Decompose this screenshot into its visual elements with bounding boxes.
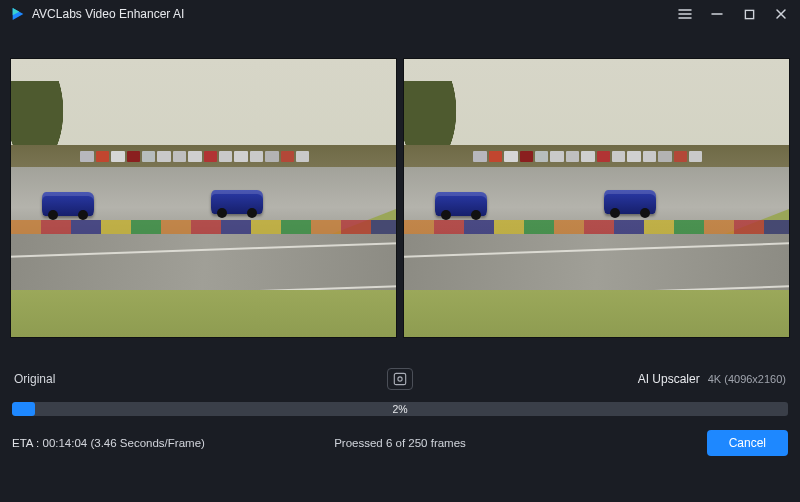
compare-toggle-icon[interactable] bbox=[387, 368, 413, 390]
app-logo: AVCLabs Video Enhancer AI bbox=[10, 6, 184, 22]
progress-section: 2% bbox=[0, 398, 800, 422]
minimize-icon[interactable] bbox=[708, 5, 726, 23]
svg-rect-3 bbox=[394, 373, 405, 384]
window-controls bbox=[676, 5, 790, 23]
footer: ETA : 00:14:04 (3.46 Seconds/Frame) Proe… bbox=[0, 422, 800, 466]
app-title: AVCLabs Video Enhancer AI bbox=[32, 7, 184, 21]
eta-value: 00:14:04 (3.46 Seconds/Frame) bbox=[42, 437, 204, 449]
close-icon[interactable] bbox=[772, 5, 790, 23]
eta-text: ETA : 00:14:04 (3.46 Seconds/Frame) bbox=[12, 437, 263, 449]
cancel-button[interactable]: Cancel bbox=[707, 430, 788, 456]
svg-point-4 bbox=[398, 377, 402, 381]
menu-icon[interactable] bbox=[676, 5, 694, 23]
processed-frames: Proessed 6 of 250 frames bbox=[275, 437, 526, 449]
progress-percent: 2% bbox=[12, 402, 788, 416]
play-logo-icon bbox=[10, 6, 26, 22]
svg-rect-2 bbox=[745, 10, 753, 18]
preview-area bbox=[0, 28, 800, 348]
progress-bar[interactable]: 2% bbox=[12, 402, 788, 416]
upscaler-label-group: AI Upscaler 4K (4096x2160) bbox=[423, 372, 786, 386]
enhanced-frame bbox=[403, 58, 790, 338]
upscaler-resolution: 4K (4096x2160) bbox=[708, 373, 786, 385]
original-frame bbox=[10, 58, 397, 338]
eta-label: ETA : bbox=[12, 437, 39, 449]
maximize-icon[interactable] bbox=[740, 5, 758, 23]
upscaler-label: AI Upscaler bbox=[638, 372, 700, 386]
original-label: Original bbox=[14, 372, 377, 386]
title-bar: AVCLabs Video Enhancer AI bbox=[0, 0, 800, 28]
labels-row: Original AI Upscaler 4K (4096x2160) bbox=[0, 348, 800, 398]
